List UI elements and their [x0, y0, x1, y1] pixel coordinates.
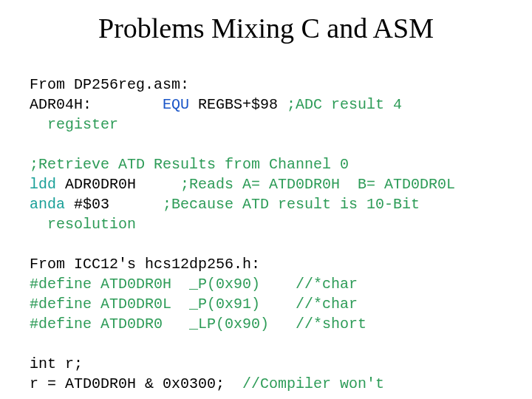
comment-register: register: [47, 116, 118, 133]
comment-retrieve: ;Retrieve ATD Results from Channel 0: [30, 156, 349, 173]
comment-10bit: ;Because ATD result is 10-Bit: [163, 196, 420, 213]
keyword-ldd: ldd: [30, 176, 56, 193]
define-atd0dr0h: #define ATD0DR0H _P(0x90) //*char: [30, 276, 358, 293]
comment-adc-result: ;ADC result 4: [287, 96, 402, 113]
comment-reads: ;Reads A= ATD0DR0H B= ATD0DR0L: [180, 176, 455, 193]
line-int-r: int r;: [30, 355, 83, 372]
keyword-equ: EQU: [163, 96, 189, 113]
line-assign: r = ATD0DR0H & 0x0300;: [30, 375, 242, 392]
slide-title: Problems Mixing C and ASM: [30, 12, 502, 44]
comment-compiler: //Compiler won't: [242, 375, 384, 392]
operand-03: #$03: [65, 196, 163, 213]
line-adr04h-label: ADR04H:: [30, 96, 163, 113]
comment-resolution: resolution: [47, 216, 136, 233]
line-from-asm: From DP256reg.asm:: [30, 76, 189, 93]
keyword-anda: anda: [30, 196, 65, 213]
line-from-header: From ICC12's hcs12dp256.h:: [30, 256, 260, 273]
line-adr04h-expr: REGBS+$98: [189, 96, 287, 113]
define-atd0dr0: #define ATD0DR0 _LP(0x90) //*short: [30, 316, 366, 332]
define-atd0dr0l: #define ATD0DR0L _P(0x91) //*char: [30, 296, 358, 313]
slide: Problems Mixing C and ASM From DP256reg.…: [0, 0, 532, 394]
code-block: From DP256reg.asm: ADR04H: EQU REGBS+$98…: [30, 55, 502, 394]
operand-adr0dr0h: ADR0DR0H: [56, 176, 180, 193]
